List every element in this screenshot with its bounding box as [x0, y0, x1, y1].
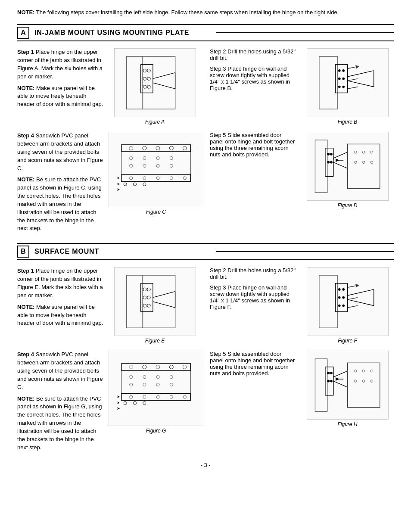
figure-g-block: Figure G	[109, 351, 203, 451]
step-b4-label: Step 4	[17, 351, 34, 358]
figure-f-block: Figure F	[301, 267, 394, 344]
section-a: A IN-JAMB MOUNT USING MOUNTING PLATE Ste…	[17, 24, 394, 233]
figure-b-box	[307, 48, 389, 117]
figure-a-label: Figure A	[145, 119, 165, 125]
figure-c-box	[109, 132, 203, 207]
figure-a-block: Figure A	[109, 48, 201, 125]
figure-g-label: Figure G	[146, 428, 166, 434]
step-a4-label: Step 4	[17, 132, 34, 139]
step-b5-text: Step 5 Slide assembled door panel onto h…	[210, 351, 296, 376]
step-b5-texts: Step 5 Slide assembled door panel onto h…	[210, 351, 296, 451]
section-a-row1: Step 1 Place hinge on the upper corner o…	[17, 48, 394, 125]
section-b-row2: Step 4 Sandwich PVC panel between arm br…	[17, 351, 394, 451]
figure-e-box	[114, 267, 196, 336]
step-a4-text: Step 4 Sandwich PVC panel between arm br…	[17, 132, 103, 233]
step-a23-texts: Step 2 Drill the holes using a 5/32" dri…	[210, 48, 296, 125]
step-b4-text: Step 4 Sandwich PVC panel between arm br…	[17, 351, 103, 451]
figure-g-box	[109, 351, 203, 426]
step-b3-text: Step 3 Place hinge on wall and screw dow…	[210, 284, 296, 310]
section-a-title-line	[216, 32, 394, 33]
step-b1-text: Step 1 Place hinge on the upper corner o…	[17, 267, 103, 344]
section-b-letter: B	[17, 246, 29, 258]
step-a4-col: Step 4 Sandwich PVC panel between arm br…	[17, 132, 201, 233]
step-a4-note: NOTE: Be sure to attach the PVC panel as…	[17, 176, 103, 233]
figure-f-label: Figure F	[338, 338, 357, 344]
section-b: B SURFACE MOUNT Step 1 Place hinge on th…	[17, 243, 394, 451]
step-a3-text: Step 3 Place hinge on wall and screw dow…	[210, 65, 296, 91]
section-a-letter: A	[17, 27, 29, 39]
step-a1-col: Step 1 Place hinge on the upper corner o…	[17, 48, 201, 125]
step-b1-col: Step 1 Place hinge on the upper corner o…	[17, 267, 201, 344]
section-a-title: IN-JAMB MOUNT USING MOUNTING PLATE	[34, 29, 212, 37]
step-b2-text: Step 2 Drill the holes using a 5/32" dri…	[210, 267, 296, 280]
figure-c-label: Figure C	[146, 209, 166, 215]
figure-b-block: Figure B	[301, 48, 394, 125]
step-a5-col: Step 5 Slide assembled door panel onto h…	[210, 132, 394, 233]
figure-b-label: Figure B	[338, 119, 357, 125]
step-b4-note: NOTE: Be sure to attach the PVC panel as…	[17, 395, 103, 452]
step-b1-label: Step 1	[17, 268, 34, 274]
figure-f-box	[307, 267, 389, 336]
figure-c-block: Figure C	[109, 132, 203, 233]
figure-e-block: Figure E	[109, 267, 201, 344]
figure-h-block: Figure H	[301, 351, 394, 451]
step-a5-text: Step 5 Slide assembled door panel onto h…	[210, 132, 296, 158]
section-a-row2: Step 4 Sandwich PVC panel between arm br…	[17, 132, 394, 233]
section-b-header: B SURFACE MOUNT	[17, 243, 394, 260]
step-a23-col: Step 2 Drill the holes using a 5/32" dri…	[210, 48, 394, 125]
step-b23-texts: Step 2 Drill the holes using a 5/32" dri…	[210, 267, 296, 344]
figure-d-box	[307, 132, 389, 201]
note-text: The following steps cover installing the…	[34, 9, 339, 16]
figure-h-box	[307, 351, 389, 420]
note-label: NOTE:	[17, 9, 34, 16]
figure-a-box	[114, 48, 196, 117]
step-b5-col: Step 5 Slide assembled door panel onto h…	[210, 351, 394, 451]
step-a5-texts: Step 5 Slide assembled door panel onto h…	[210, 132, 296, 233]
figure-h-label: Figure H	[337, 421, 357, 427]
step-a1-note: NOTE: Make sure panel will be able to mo…	[17, 84, 103, 109]
section-a-header: A IN-JAMB MOUNT USING MOUNTING PLATE	[17, 24, 394, 41]
section-b-row1: Step 1 Place hinge on the upper corner o…	[17, 267, 394, 344]
step-a1-label: Step 1	[17, 49, 34, 55]
step-b23-col: Step 2 Drill the holes using a 5/32" dri…	[210, 267, 394, 344]
step-a1-text: Step 1 Place hinge on the upper corner o…	[17, 48, 103, 125]
figure-d-label: Figure D	[337, 202, 357, 208]
page-number: - 3 -	[17, 462, 394, 468]
figure-d-block: Figure D	[301, 132, 394, 233]
step-b1-note: NOTE: Make sure panel will be able to mo…	[17, 303, 103, 328]
top-note: NOTE: The following steps cover installi…	[17, 9, 394, 16]
section-b-title-line	[216, 251, 394, 252]
section-b-title: SURFACE MOUNT	[34, 248, 212, 255]
figure-e-label: Figure E	[145, 338, 165, 344]
step-a2-text: Step 2 Drill the holes using a 5/32" dri…	[210, 48, 296, 61]
step-b4-col: Step 4 Sandwich PVC panel between arm br…	[17, 351, 201, 451]
